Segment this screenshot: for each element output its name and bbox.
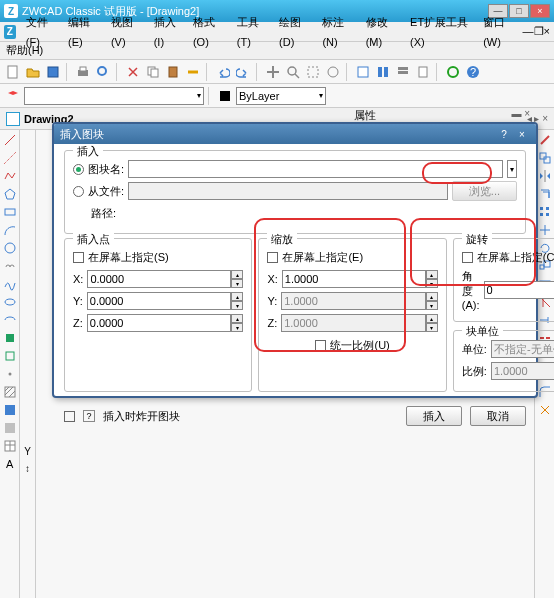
cancel-button[interactable]: 取消 [470, 406, 526, 426]
fromfile-radio[interactable] [73, 186, 84, 197]
dialog-close-icon[interactable]: × [514, 127, 530, 141]
ok-button[interactable]: 插入 [406, 406, 462, 426]
close-button[interactable]: × [530, 4, 550, 18]
properties-icon[interactable] [354, 63, 372, 81]
table-icon[interactable] [2, 438, 18, 454]
menu-insert[interactable]: 插入(I) [148, 12, 187, 52]
svg-rect-12 [378, 67, 382, 77]
properties-panel-close[interactable]: ▬ × [511, 108, 530, 119]
copy-mod-icon[interactable] [537, 150, 553, 166]
menu-et[interactable]: ET扩展工具(X) [404, 12, 477, 52]
dialog-help-icon[interactable]: ? [496, 127, 512, 141]
scale-z-spinner[interactable]: ▴▾ [426, 314, 438, 332]
svg-rect-6 [151, 69, 158, 77]
ip-x-spinner[interactable]: ▴▾ [231, 270, 243, 288]
menu-window[interactable]: 窗口(W) [477, 12, 522, 52]
redo-icon[interactable] [234, 63, 252, 81]
designcenter-icon[interactable] [374, 63, 392, 81]
line-icon[interactable] [2, 132, 18, 148]
ip-y-input[interactable] [87, 292, 232, 310]
gradient-icon[interactable] [2, 402, 18, 418]
layer-dropdown[interactable]: ▾ [24, 87, 204, 105]
calc-icon[interactable] [414, 63, 432, 81]
svg-rect-1 [48, 67, 58, 77]
zoom-icon[interactable] [284, 63, 302, 81]
angle-input[interactable] [484, 281, 554, 299]
menu-view[interactable]: 视图(V) [105, 12, 148, 52]
ip-onscreen-check[interactable] [73, 252, 84, 263]
ip-z-spinner[interactable]: ▴▾ [231, 314, 243, 332]
blockname-combo[interactable] [128, 160, 503, 178]
refresh-icon[interactable] [444, 63, 462, 81]
spline-icon[interactable] [2, 276, 18, 292]
dialog-titlebar[interactable]: 插入图块 ? × [54, 124, 536, 144]
rect-icon[interactable] [2, 204, 18, 220]
color-swatch-icon[interactable] [216, 87, 234, 105]
fromfile-input[interactable] [128, 182, 448, 200]
zoom-prev-icon[interactable] [324, 63, 342, 81]
zoom-window-icon[interactable] [304, 63, 322, 81]
mtext-icon[interactable]: A [2, 456, 18, 472]
scale-x-spinner[interactable]: ▴▾ [426, 270, 438, 288]
ip-y-spinner[interactable]: ▴▾ [231, 292, 243, 310]
toolpalette-icon[interactable] [394, 63, 412, 81]
rot-onscreen-check[interactable] [462, 252, 473, 263]
insertblock-icon[interactable] [2, 330, 18, 346]
region-icon[interactable] [2, 420, 18, 436]
xline-icon[interactable] [2, 150, 18, 166]
copy-icon[interactable] [144, 63, 162, 81]
hatch-icon[interactable] [2, 384, 18, 400]
ellipse-icon[interactable] [2, 294, 18, 310]
move-icon[interactable] [537, 222, 553, 238]
scale-x-input[interactable] [282, 270, 426, 288]
offset-icon[interactable] [537, 186, 553, 202]
mirror-icon[interactable] [537, 168, 553, 184]
save-icon[interactable] [44, 63, 62, 81]
circle-icon[interactable] [2, 240, 18, 256]
menu-format[interactable]: 格式(O) [187, 12, 231, 52]
polygon-icon[interactable] [2, 186, 18, 202]
help-icon[interactable]: ? [464, 63, 482, 81]
svg-rect-9 [308, 67, 318, 77]
uniform-scale-check[interactable] [315, 340, 326, 351]
color-dropdown[interactable]: ByLayer▾ [236, 87, 326, 105]
explode-check[interactable] [64, 411, 75, 422]
pan-icon[interactable] [264, 63, 282, 81]
arc-icon[interactable] [2, 222, 18, 238]
ellipsearc-icon[interactable] [2, 312, 18, 328]
menu-help[interactable]: 帮助(H) [6, 43, 43, 58]
cut-icon[interactable] [124, 63, 142, 81]
scale-onscreen-check[interactable] [267, 252, 278, 263]
open-icon[interactable] [24, 63, 42, 81]
point-icon[interactable] [2, 366, 18, 382]
mdi-close-button[interactable]: × [544, 25, 550, 38]
browse-button[interactable]: 浏览... [452, 181, 517, 201]
paste-icon[interactable] [164, 63, 182, 81]
svg-rect-22 [5, 209, 15, 215]
ip-z-input[interactable] [87, 314, 232, 332]
undo-icon[interactable] [214, 63, 232, 81]
menu-dim[interactable]: 标注(N) [316, 12, 359, 52]
erase-icon[interactable] [537, 132, 553, 148]
menu-draw[interactable]: 绘图(D) [273, 12, 316, 52]
blockname-dropdown-icon[interactable]: ▾ [507, 160, 517, 178]
new-icon[interactable] [4, 63, 22, 81]
scale-y-spinner[interactable]: ▴▾ [426, 292, 438, 310]
menu-tools[interactable]: 工具(T) [231, 12, 273, 52]
revcloud-icon[interactable] [2, 258, 18, 274]
pline-icon[interactable] [2, 168, 18, 184]
layer-mgr-icon[interactable] [4, 87, 22, 105]
mdi-restore-button[interactable]: ❐ [534, 25, 544, 38]
match-icon[interactable] [184, 63, 202, 81]
menu-edit[interactable]: 编辑(E) [62, 12, 105, 52]
explode-help-icon[interactable]: ? [83, 410, 95, 422]
makeblock-icon[interactable] [2, 348, 18, 364]
print-icon[interactable] [74, 63, 92, 81]
preview-icon[interactable] [94, 63, 112, 81]
ip-x-input[interactable] [87, 270, 231, 288]
array-icon[interactable] [537, 204, 553, 220]
menu-modify[interactable]: 修改(M) [360, 12, 404, 52]
mdi-minimize-button[interactable]: — [523, 25, 534, 38]
blockname-radio[interactable] [73, 164, 84, 175]
explode-icon[interactable] [537, 402, 553, 418]
